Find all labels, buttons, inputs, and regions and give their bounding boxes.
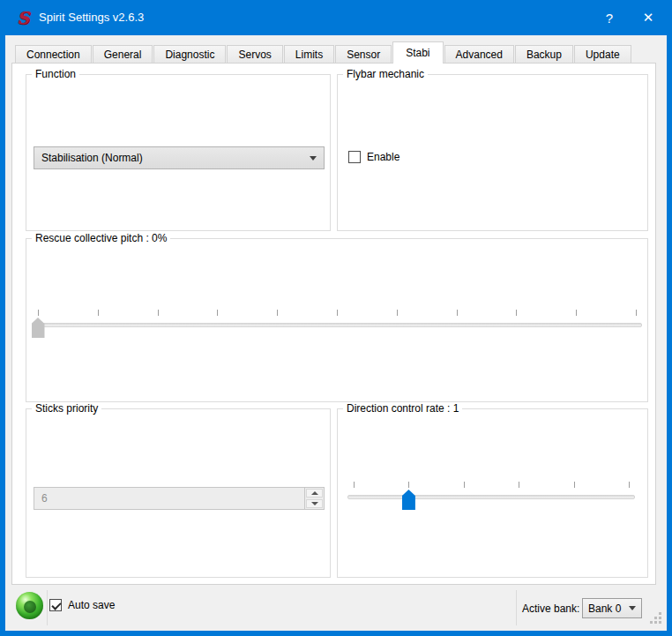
- tab-diagnostic[interactable]: Diagnostic: [153, 45, 226, 64]
- title-bar: S Spirit Settings v2.6.3 ? ✕: [0, 0, 672, 35]
- slider-tick: [464, 482, 465, 488]
- slider-tick: [98, 310, 99, 316]
- size-grip-icon[interactable]: [650, 612, 661, 624]
- tab-limits[interactable]: Limits: [284, 45, 334, 64]
- spirit-logo-icon: S: [14, 8, 32, 27]
- spin-buttons: [304, 488, 324, 509]
- tab-general[interactable]: General: [93, 45, 153, 64]
- slider-tick: [629, 482, 630, 488]
- tab-sensor[interactable]: Sensor: [335, 45, 392, 64]
- rescue-pitch-group: Rescue collective pitch : 0%: [26, 238, 648, 402]
- status-bar: Auto save Active bank: Bank 0: [5, 585, 667, 631]
- direction-rate-group-label: Direction control rate : 1: [343, 402, 462, 415]
- slider-tick: [574, 482, 575, 488]
- chevron-down-icon: [310, 156, 317, 161]
- sticks-priority-value: 6: [34, 488, 304, 509]
- slider-tick: [38, 310, 39, 316]
- tab-bar: ConnectionGeneralDiagnosticServosLimitsS…: [15, 41, 632, 64]
- autosave-checkbox[interactable]: [49, 599, 62, 611]
- rescue-pitch-group-label: Rescue collective pitch : 0%: [32, 232, 170, 244]
- slider-tick: [519, 482, 519, 488]
- slider-tick: [457, 310, 458, 316]
- slider-tick: [354, 482, 355, 488]
- window-title: Spirit Settings v2.6.3: [39, 11, 144, 24]
- slider-tick: [277, 310, 278, 316]
- tab-connection[interactable]: Connection: [15, 45, 92, 64]
- client-area: ConnectionGeneralDiagnosticServosLimitsS…: [5, 35, 667, 631]
- slider-tick: [337, 310, 338, 316]
- function-group: Function Stabilisation (Normal): [26, 74, 331, 231]
- chevron-down-icon: [629, 606, 636, 610]
- slider-tick: [397, 310, 398, 316]
- spin-down-button[interactable]: [306, 499, 323, 508]
- tab-update[interactable]: Update: [574, 45, 631, 64]
- slider-handle[interactable]: [402, 490, 415, 510]
- active-bank-combobox[interactable]: Bank 0: [582, 598, 642, 618]
- sticks-priority-group-label: Sticks priority: [32, 402, 101, 415]
- stabi-tab-page: Function Stabilisation (Normal) Flybar m…: [11, 63, 656, 585]
- autosave-label: Auto save: [68, 599, 115, 611]
- active-bank-value: Bank 0: [588, 602, 623, 615]
- flybar-enable-label: Enable: [367, 151, 399, 163]
- flybar-enable-row[interactable]: Enable: [348, 151, 399, 163]
- slider-track[interactable]: [347, 495, 635, 499]
- slider-tick: [636, 310, 637, 316]
- flybar-mechanic-group: Flybar mechanic Enable: [337, 74, 648, 231]
- function-combobox-value: Stabilisation (Normal): [41, 152, 310, 164]
- slider-tick: [516, 310, 517, 316]
- function-combobox[interactable]: Stabilisation (Normal): [34, 146, 325, 169]
- autosave-row[interactable]: Auto save: [49, 599, 115, 611]
- direction-rate-slider[interactable]: [347, 480, 635, 515]
- tab-servos[interactable]: Servos: [227, 45, 282, 64]
- slider-track[interactable]: [32, 323, 642, 327]
- slider-tick: [576, 310, 577, 316]
- active-bank-label: Active bank:: [522, 602, 579, 615]
- separator: [47, 590, 48, 625]
- sticks-priority-group: Sticks priority 6: [26, 408, 331, 578]
- flybar-enable-checkbox[interactable]: [348, 151, 361, 163]
- spin-up-button[interactable]: [306, 489, 323, 498]
- slider-handle[interactable]: [32, 318, 45, 338]
- slider-tick: [158, 310, 159, 316]
- spin-up-icon: [311, 491, 318, 495]
- flybar-group-label: Flybar mechanic: [343, 68, 428, 80]
- function-group-label: Function: [32, 68, 79, 80]
- rescue-pitch-slider[interactable]: [32, 308, 642, 343]
- tab-backup[interactable]: Backup: [515, 45, 573, 64]
- tab-advanced[interactable]: Advanced: [444, 45, 514, 64]
- separator: [516, 590, 517, 625]
- status-led-icon: [16, 592, 43, 619]
- help-button[interactable]: ?: [589, 0, 630, 35]
- tab-stabi[interactable]: Stabi: [392, 41, 443, 64]
- spin-down-icon: [311, 502, 318, 505]
- close-button[interactable]: ✕: [628, 0, 668, 35]
- slider-tick: [408, 482, 409, 488]
- sticks-priority-spinbox[interactable]: 6: [34, 487, 325, 510]
- slider-tick: [217, 310, 218, 316]
- app-window: S Spirit Settings v2.6.3 ? ✕ ConnectionG…: [0, 0, 672, 636]
- direction-rate-group: Direction control rate : 1: [337, 408, 648, 578]
